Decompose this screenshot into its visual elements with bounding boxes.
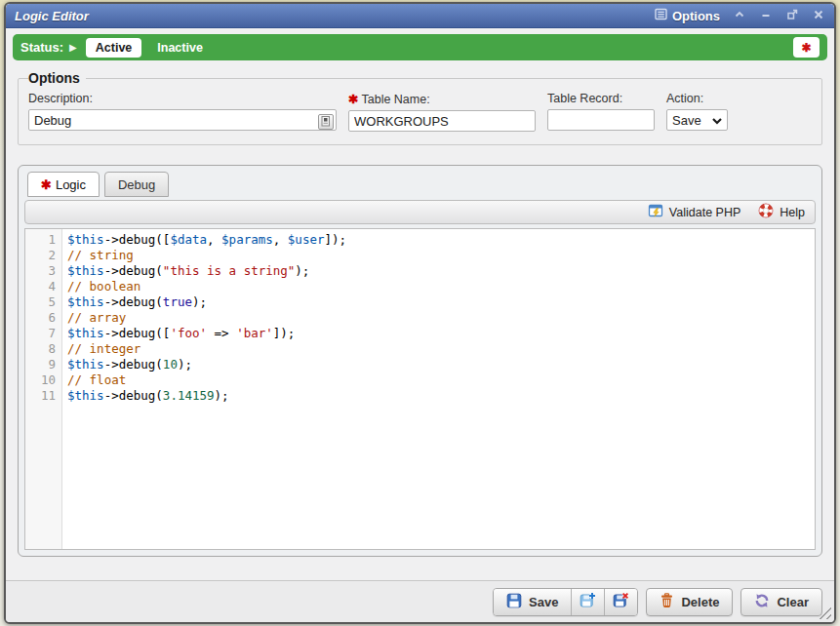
close-button[interactable] [812, 9, 825, 22]
floppy-x-icon [613, 592, 629, 611]
delete-button[interactable]: Delete [646, 588, 733, 616]
action-selected-value: Save [672, 113, 708, 128]
code-line[interactable]: $this->debug([$data, $params, $user]); [67, 232, 815, 248]
close-icon [813, 7, 824, 24]
table-record-label: Table Record: [547, 92, 655, 105]
validate-php-icon [648, 203, 663, 221]
save-new-button[interactable] [571, 589, 604, 615]
popout-button[interactable] [785, 9, 799, 22]
editor-code[interactable]: $this->debug([$data, $params, $user]);//… [62, 229, 815, 549]
tab-logic-label: Logic [56, 177, 86, 192]
line-number: 3 [25, 263, 56, 279]
floppy-plus-icon [580, 592, 596, 611]
code-line[interactable]: // array [67, 310, 815, 326]
note-icon [321, 113, 331, 131]
footer-toolbar: Save Delete Clear [6, 580, 834, 622]
options-menu-button[interactable]: Options [655, 8, 720, 23]
tab-strip: ✱ Logic Debug [19, 166, 821, 197]
table-name-input[interactable] [348, 110, 536, 132]
code-editor[interactable]: 1234567891011 $this->debug([$data, $para… [24, 228, 816, 550]
required-asterisk: ✱ [348, 93, 358, 106]
editor-toolbar: Validate PHP Help [24, 200, 816, 224]
description-label: Description: [28, 92, 337, 105]
clear-button-label: Clear [777, 595, 809, 609]
status-option-inactive[interactable]: Inactive [157, 41, 203, 55]
logic-editor-dialog: Logic Editor Options Status: [4, 2, 836, 624]
required-indicator-button[interactable]: ✱ [793, 37, 820, 58]
tab-debug[interactable]: Debug [104, 172, 169, 197]
code-line[interactable]: $this->debug(10); [67, 357, 815, 372]
code-line[interactable]: $this->debug(3.14159); [67, 388, 815, 404]
options-panel: Options Description: ✱Table Name: Table … [18, 70, 822, 145]
line-number: 8 [25, 341, 56, 357]
line-number: 9 [25, 357, 56, 372]
code-line[interactable]: // float [67, 372, 815, 388]
save-button-group: Save [493, 588, 638, 616]
save-close-button[interactable] [604, 589, 637, 615]
table-record-field: Table Record: [547, 88, 655, 132]
line-number: 1 [25, 232, 56, 248]
popout-icon [786, 7, 798, 24]
minus-icon [760, 7, 772, 24]
chevron-down-icon [712, 113, 722, 128]
save-button[interactable]: Save [494, 589, 571, 615]
save-button-label: Save [529, 595, 558, 609]
editor-gutter: 1234567891011 [25, 229, 62, 549]
logic-tab-panel: ✱ Logic Debug Validate PHP Help 123 [18, 165, 822, 557]
status-bar: Status: ▶ Active Inactive ✱ [13, 34, 827, 60]
status-label: Status: [20, 40, 63, 55]
help-button[interactable]: Help [758, 203, 805, 221]
table-name-label: Table Name: [361, 93, 429, 106]
code-line[interactable]: $this->debug(['foo' => 'bar']); [67, 326, 815, 341]
refresh-icon [754, 593, 770, 611]
validate-php-button[interactable]: Validate PHP [648, 203, 740, 221]
required-asterisk: ✱ [41, 177, 52, 192]
status-option-active[interactable]: Active [86, 38, 142, 58]
list-icon [655, 8, 667, 23]
description-input[interactable] [28, 109, 337, 131]
table-name-field: ✱Table Name: [348, 88, 536, 132]
line-number: 11 [25, 388, 56, 404]
clear-button[interactable]: Clear [740, 588, 822, 616]
code-line[interactable]: // integer [67, 341, 815, 357]
line-number: 5 [25, 294, 56, 310]
options-panel-legend: Options [28, 70, 86, 86]
action-label: Action: [666, 92, 728, 105]
lifebuoy-icon [758, 203, 774, 221]
action-field: Action: Save [666, 88, 728, 132]
asterisk-icon: ✱ [801, 41, 811, 55]
options-menu-label: Options [672, 9, 720, 23]
window-title: Logic Editor [15, 9, 89, 23]
title-bar: Logic Editor Options [6, 4, 834, 28]
tab-debug-label: Debug [118, 177, 155, 192]
table-record-input[interactable] [547, 109, 655, 131]
arrow-right-icon: ▶ [69, 42, 77, 53]
action-select[interactable]: Save [666, 109, 728, 131]
line-number: 7 [25, 326, 56, 341]
line-number: 10 [25, 372, 56, 388]
line-number: 6 [25, 310, 56, 326]
validate-php-label: Validate PHP [669, 206, 740, 219]
line-number: 2 [25, 248, 56, 263]
minimize-button[interactable] [759, 9, 773, 22]
chevron-up-icon [734, 7, 745, 24]
code-line[interactable]: $this->debug(true); [67, 294, 815, 310]
tab-logic[interactable]: ✱ Logic [27, 172, 100, 197]
collapse-button[interactable] [733, 9, 746, 22]
trash-icon [660, 593, 674, 611]
floppy-icon [506, 593, 522, 611]
description-field: Description: [28, 88, 337, 132]
code-line[interactable]: // string [67, 248, 815, 263]
code-line[interactable]: // boolean [67, 279, 815, 294]
help-label: Help [780, 206, 805, 219]
line-number: 4 [25, 279, 56, 294]
code-line[interactable]: $this->debug("this is a string"); [67, 263, 815, 279]
expand-editor-button[interactable] [318, 114, 334, 130]
delete-button-label: Delete [681, 595, 719, 609]
